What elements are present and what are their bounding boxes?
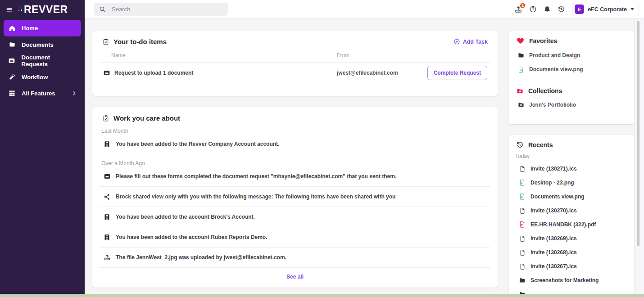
image-file-icon (517, 66, 525, 73)
upload-badge: 1 (520, 3, 526, 9)
heart-icon (516, 37, 525, 45)
notifications-bell-button[interactable] (544, 5, 551, 13)
todo-from-cell: jwest@efilecabinet.com (337, 70, 398, 76)
account-avatar: E (575, 4, 584, 14)
favorite-item[interactable]: Documents view.png (516, 63, 628, 76)
help-button[interactable] (529, 5, 537, 13)
chevron-right-icon (72, 91, 77, 96)
recent-item-label: invite (130267).ics (531, 263, 577, 270)
plus-circle-icon (454, 38, 460, 45)
recents-card: Recents Today invite (130271).ics Deskto… (509, 135, 634, 294)
building-icon (103, 234, 111, 241)
activity-text: You have been added to the Revver Compan… (116, 141, 279, 147)
recent-item[interactable]: invite (130269).ics (515, 231, 628, 245)
folder-icon (517, 52, 525, 58)
divider (100, 267, 490, 268)
app-root: REVVER Home Documents Document Requests (0, 0, 644, 297)
scrollbar-thumb[interactable] (637, 21, 639, 246)
document-request-icon (103, 173, 111, 180)
recent-item[interactable]: invite (130267).ics (515, 259, 628, 273)
account-name: eFC Corporate (588, 6, 627, 13)
upload-button[interactable]: 1 (514, 5, 522, 14)
main-content: Your to-do items Add Task Name From (85, 19, 644, 294)
sidebar-item-home[interactable]: Home (4, 20, 81, 36)
history-button[interactable] (558, 5, 565, 13)
todo-title-text: Your to-do items (113, 38, 167, 45)
topbar: 1 E eFC Corporate (85, 0, 644, 19)
activity-item[interactable]: You have been added to the account Rubex… (92, 227, 498, 247)
activity-item[interactable]: The file JennWest_2.jpg was uploaded by … (92, 248, 498, 267)
add-task-button[interactable]: Add Task (454, 38, 488, 45)
complete-request-button[interactable]: Complete Request (427, 66, 487, 80)
work-card-header: Work you care about (92, 107, 498, 122)
recent-item[interactable]: Screenshots for Marketing (515, 273, 628, 287)
sidebar-item-workflow[interactable]: Workflow (4, 69, 81, 85)
sidebar-item-all-features[interactable]: All Features (4, 85, 81, 101)
sidebar-nav: Home Documents Document Requests Workflo… (0, 20, 85, 101)
recent-item[interactable]: EE.HR.HANDBK (322).pdf (515, 217, 628, 231)
history-icon (516, 141, 524, 148)
favorite-item-label: Product and Design (529, 52, 580, 58)
collections-title: Collections (528, 87, 562, 94)
see-all-link[interactable]: See all (92, 274, 498, 280)
recent-item-label: invite (130269).ics (531, 235, 577, 242)
chevron-down-icon (630, 8, 634, 10)
search-box[interactable] (94, 3, 228, 16)
favorites-header: Favorites (516, 37, 628, 45)
activity-item[interactable]: You have been added to the Revver Compan… (92, 134, 498, 154)
recent-item[interactable]: Documents view.png (515, 189, 628, 203)
recents-group-label: Today (515, 153, 628, 159)
hamburger-menu-icon[interactable] (6, 6, 13, 13)
sidebar-item-documents[interactable]: Documents (4, 36, 81, 53)
revver-logo[interactable]: REVVER (20, 4, 68, 16)
recent-item[interactable]: invite (130271).ics (515, 162, 628, 176)
account-switcher[interactable]: E eFC Corporate (572, 3, 639, 16)
bottom-edge-strip (0, 294, 644, 297)
activity-item[interactable]: Please fill out these forms completed th… (92, 166, 498, 186)
document-request-icon (8, 57, 16, 64)
sidebar-item-label: Home (22, 25, 38, 32)
column-header-from: From (337, 52, 349, 58)
todo-name-cell: Request to upload 1 document (103, 69, 337, 76)
file-icon (519, 235, 526, 242)
todo-row[interactable]: Request to upload 1 document jwest@efile… (92, 63, 498, 83)
image-file-icon (519, 179, 526, 186)
collection-item[interactable]: Jenn's Portfoliolio (516, 98, 628, 112)
favorite-item[interactable]: Product and Design (516, 49, 628, 62)
add-task-label: Add Task (463, 39, 488, 45)
sidebar-header: REVVER (0, 0, 85, 19)
file-icon (519, 249, 526, 256)
activity-item[interactable]: You have been added to the account Brock… (92, 207, 498, 227)
todo-name-text: Request to upload 1 document (114, 70, 193, 76)
pdf-file-icon (519, 220, 526, 228)
recent-item[interactable]: Desktop - 23.png (515, 176, 628, 189)
favorites-title: Favorites (529, 37, 557, 45)
sidebar-item-label: All Features (22, 90, 55, 97)
recent-item[interactable]: invite (130270).ics (515, 203, 628, 217)
activity-text: The file JennWest_2.jpg was uploaded by … (116, 254, 286, 261)
search-input[interactable] (112, 6, 222, 13)
column-header-name: Name (111, 52, 337, 58)
recent-item[interactable]: invite (130268).ics (515, 245, 628, 259)
search-icon (99, 6, 106, 13)
collection-item-label: Jenn's Portfoliolio (529, 102, 576, 108)
sidebar-item-document-requests[interactable]: Document Requests (4, 53, 81, 69)
sidebar-item-label: Workflow (22, 74, 48, 81)
recents-header: Recents (515, 141, 628, 148)
recent-item-label: Screenshots for Marketing (531, 277, 599, 284)
folder-icon (519, 277, 526, 284)
folder-icon (8, 41, 16, 48)
home-icon (8, 25, 16, 32)
file-icon (519, 165, 526, 172)
upload-icon (103, 254, 111, 261)
share-icon (103, 194, 111, 200)
recent-item-partial[interactable] (515, 287, 628, 294)
todo-card-title: Your to-do items (102, 38, 167, 45)
recent-item-label: Desktop - 23.png (531, 180, 574, 186)
activity-item[interactable]: Brock shared view only with you with the… (92, 187, 498, 207)
collection-folder-icon (516, 88, 524, 94)
grid-icon (8, 90, 16, 97)
divider (100, 154, 490, 154)
work-card-title: Work you care about (102, 114, 180, 122)
recent-item-label: invite (130271).ics (531, 166, 577, 172)
